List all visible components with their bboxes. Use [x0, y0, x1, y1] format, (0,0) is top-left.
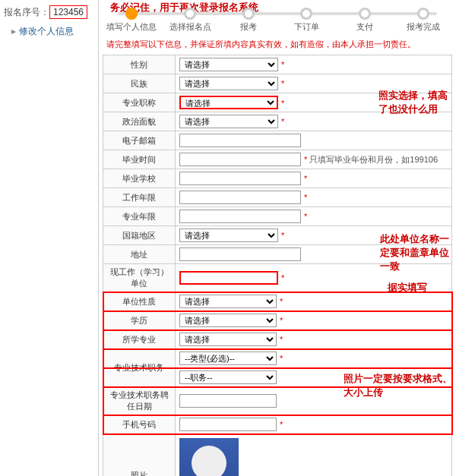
required-star: *: [281, 117, 284, 126]
required-star: *: [281, 273, 284, 282]
input-hiredate[interactable]: [179, 394, 277, 408]
input-phone[interactable]: [179, 418, 277, 431]
step-4: 下订单: [277, 8, 336, 33]
label-email: 电子邮箱: [103, 131, 176, 150]
required-star: *: [280, 354, 283, 363]
label-major: 所学专业: [103, 330, 176, 349]
select-techpost-role[interactable]: --职务--: [179, 370, 277, 384]
select-country[interactable]: 请选择: [179, 229, 278, 242]
step-1: 填写个人信息: [103, 8, 161, 33]
page-container: 报名序号：123456 修改个人信息 填写个人信息 选择报名点 报考 下订单 支…: [0, 0, 456, 476]
input-workunit[interactable]: [179, 271, 278, 285]
label-hiredate: 专业技术职务聘任日期: [103, 387, 176, 415]
reg-num-label: 报名序号：: [4, 7, 49, 17]
label-unittype: 单位性质: [103, 292, 176, 311]
select-gender[interactable]: 请选择: [179, 58, 278, 71]
input-proyears[interactable]: [179, 210, 301, 223]
label-gradschool: 毕业学校: [103, 169, 176, 188]
label-workyears: 工作年限: [103, 188, 176, 207]
step-6: 报考完成: [394, 8, 452, 33]
required-star: *: [280, 420, 283, 429]
required-star: *: [281, 99, 284, 108]
input-email[interactable]: [179, 134, 301, 147]
select-unittype[interactable]: 请选择: [179, 295, 277, 308]
label-workunit: 现工作（学习）单位: [103, 264, 176, 292]
required-star: *: [281, 231, 284, 240]
warning-text: 请完整填写以下信息，并保证所填内容真实有效，如有造假，由本人承担一切责任。: [106, 39, 452, 50]
input-gradschool[interactable]: [179, 172, 301, 185]
required-star: *: [281, 79, 284, 88]
label-gradtime: 毕业时间: [103, 150, 176, 169]
required-star: *: [281, 60, 284, 69]
input-address[interactable]: [179, 247, 301, 261]
step-5: 支付: [336, 8, 394, 33]
required-star: *: [304, 174, 307, 183]
select-major[interactable]: 请选择: [179, 333, 277, 346]
step-bar: 填写个人信息 选择报名点 报考 下订单 支付 报考完成: [103, 0, 452, 37]
select-nation[interactable]: 请选择: [179, 77, 278, 90]
input-workyears[interactable]: [179, 191, 301, 204]
label-techpost: 专业技术职务: [103, 349, 176, 387]
required-star: *: [280, 316, 283, 325]
registration-number: 报名序号：123456: [4, 6, 94, 19]
required-star: *: [304, 155, 307, 164]
input-gradtime[interactable]: [179, 153, 301, 166]
label-country: 国籍地区: [103, 226, 176, 245]
required-star: *: [280, 335, 283, 344]
sidebar: 报名序号：123456 修改个人信息: [0, 0, 99, 476]
label-photo: 照片: [103, 434, 176, 477]
reg-num-value: 123456: [49, 5, 87, 19]
label-gender: 性别: [103, 55, 176, 74]
required-star: *: [304, 212, 307, 221]
label-nation: 民族: [103, 74, 176, 93]
label-education: 学历: [103, 311, 176, 330]
sidebar-edit-link[interactable]: 修改个人信息: [4, 25, 94, 38]
select-education[interactable]: 请选择: [179, 314, 277, 327]
label-address: 地址: [103, 245, 176, 264]
label-jobtitle: 专业职称: [103, 93, 176, 112]
label-proyears: 专业年限: [103, 207, 176, 226]
required-star: *: [304, 193, 307, 202]
step-3: 报考: [219, 8, 277, 33]
form-table: 性别 请选择* 民族 请选择* 专业职称 请选择* 政治面貌 请选择* 电子邮箱…: [103, 55, 452, 476]
select-politics[interactable]: 请选择: [179, 115, 278, 128]
gradtime-hint: 只填写毕业年份和月份，如199106: [309, 155, 438, 164]
label-politics: 政治面貌: [103, 112, 176, 131]
label-phone: 手机号码: [103, 415, 176, 434]
step-2: 选择报名点: [161, 8, 220, 33]
select-jobtitle[interactable]: 请选择: [179, 96, 278, 109]
main-content: 填写个人信息 选择报名点 报考 下订单 支付 报考完成 请完整填写以下信息，并保…: [99, 0, 456, 476]
photo-preview: [179, 438, 239, 477]
required-star: *: [280, 297, 283, 306]
select-techpost-type[interactable]: --类型(必选)--: [179, 351, 277, 365]
